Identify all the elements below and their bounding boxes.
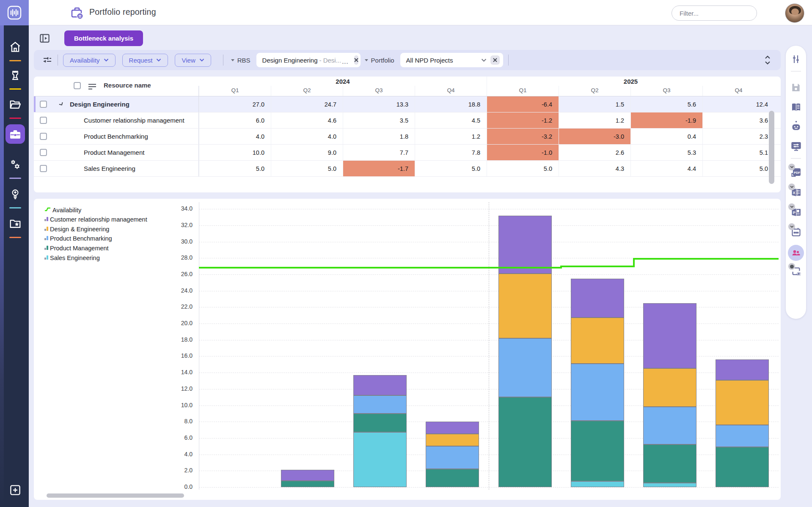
sidebar-item-settings[interactable] <box>6 155 25 174</box>
portfolio-filter-label[interactable]: Portfolio <box>365 57 394 64</box>
bar-segment[interactable] <box>716 359 769 380</box>
row-checkbox[interactable] <box>40 165 47 172</box>
bar-segment[interactable] <box>716 380 769 425</box>
page-title: Portfolio reporting <box>89 7 156 17</box>
bar-segment[interactable] <box>571 364 624 421</box>
sidebar-gradient-edge <box>0 0 4 507</box>
chevron-down-icon <box>156 58 161 62</box>
sidebar-item-portfolio[interactable] <box>6 124 25 144</box>
bar-segment[interactable] <box>571 481 624 487</box>
robot-icon <box>790 121 802 132</box>
filter-input[interactable] <box>672 5 757 21</box>
chart-horizontal-scrollbar[interactable] <box>47 493 184 498</box>
table-row[interactable]: Customer relationship management 6.04.63… <box>34 112 781 129</box>
export-ppt-button[interactable]: P <box>786 206 806 218</box>
table-row[interactable]: Product Benchmarking 4.04.01.81.2-3.2-3.… <box>34 129 781 145</box>
resource-name-header[interactable]: Resource name <box>104 82 151 89</box>
rbs-overflow-dots[interactable]: ... <box>342 58 349 65</box>
value-cell: -1.2 <box>487 112 559 128</box>
export-excel-button[interactable]: X <box>786 186 806 198</box>
select-all-checkbox[interactable] <box>74 82 81 89</box>
expand-panel-icon[interactable] <box>39 33 50 44</box>
quarter-header[interactable]: Q2 <box>559 86 630 96</box>
table-row[interactable]: Product Management 10.09.07.77.8-1.02.65… <box>34 145 781 161</box>
view-options-button[interactable] <box>786 54 806 64</box>
bar-segment[interactable] <box>716 425 769 447</box>
portfolio-clear-button[interactable] <box>490 55 500 65</box>
bottleneck-analysis-button[interactable]: Bottleneck analysis <box>64 30 143 46</box>
export-schedule-button[interactable] <box>786 226 806 238</box>
quarter-header[interactable]: Q3 <box>630 86 702 96</box>
user-avatar[interactable] <box>785 3 804 23</box>
schedule-options-badge[interactable] <box>788 223 795 230</box>
value-cell: 5.1 <box>702 145 774 160</box>
bar-segment[interactable] <box>353 375 407 395</box>
value-cell: 13.3 <box>343 96 415 112</box>
bar-segment[interactable] <box>498 274 552 338</box>
sidebar-item-strategy[interactable] <box>6 66 25 85</box>
row-checkbox[interactable] <box>40 101 47 108</box>
bar-segment[interactable] <box>498 216 552 274</box>
bar-segment[interactable] <box>353 414 407 433</box>
ppt-options-badge[interactable] <box>788 203 795 210</box>
glossary-button[interactable] <box>786 101 806 113</box>
bar-segment[interactable] <box>353 432 407 487</box>
quarter-header[interactable]: Q1 <box>199 86 271 96</box>
quarter-header[interactable]: Q4 <box>415 86 487 96</box>
bar-segment[interactable] <box>426 446 479 469</box>
pdf-options-badge[interactable] <box>788 164 795 170</box>
assistant-button[interactable] <box>786 121 806 132</box>
bar-segment[interactable] <box>571 421 624 481</box>
bar-segment[interactable] <box>643 407 696 444</box>
bar-segment[interactable] <box>426 422 479 434</box>
sidebar-item-add[interactable] <box>6 480 25 500</box>
toolbar-expander-icon[interactable] <box>764 55 771 66</box>
bar-segment[interactable] <box>571 279 624 318</box>
view-dropdown[interactable]: View <box>175 54 211 67</box>
quarter-header[interactable]: Q2 <box>271 86 343 96</box>
app-logo[interactable] <box>0 0 29 25</box>
bar-segment[interactable] <box>498 338 552 397</box>
portfolio-filter-chip[interactable]: All NPD Projects <box>400 53 503 67</box>
row-checkbox[interactable] <box>40 117 47 124</box>
collapse-arrow-icon[interactable] <box>58 101 65 107</box>
quarter-header[interactable]: Q3 <box>343 86 415 96</box>
bar-segment[interactable] <box>643 483 696 487</box>
table-row[interactable]: Design Engineering 27.024.713.318.8-6.41… <box>34 96 781 112</box>
rbs-clear-button[interactable] <box>354 55 358 65</box>
bar-segment[interactable] <box>353 395 407 414</box>
bar-segment[interactable] <box>281 470 334 480</box>
rbs-filter-label[interactable]: RBS <box>231 57 250 64</box>
bar-segment[interactable] <box>643 444 696 483</box>
quarter-header[interactable]: Q1 <box>487 86 559 96</box>
table-vertical-scrollbar[interactable] <box>769 111 774 184</box>
save-button[interactable] <box>786 82 806 93</box>
hierarchy-icon[interactable] <box>88 83 96 90</box>
bar-segment[interactable] <box>281 481 334 487</box>
presentation-settings-button[interactable] <box>786 140 806 152</box>
export-pdf-button[interactable]: PDF <box>786 167 806 178</box>
row-checkbox[interactable] <box>40 133 47 140</box>
integration-settings-button[interactable] <box>786 266 806 277</box>
filter-settings-icon[interactable] <box>42 55 52 65</box>
rbs-filter-chip[interactable]: Design Engineering - Desi... ... <box>256 53 361 67</box>
bar-segment[interactable] <box>643 303 696 369</box>
table-row[interactable]: Sales Engineering 5.05.0-1.75.05.04.34.4… <box>34 161 781 177</box>
quarter-header[interactable]: Q4 <box>702 86 774 96</box>
sidebar-item-favorites[interactable] <box>6 214 25 233</box>
availability-dropdown[interactable]: Availability <box>63 54 116 67</box>
sidebar-item-projects[interactable] <box>6 95 25 114</box>
bar-segment[interactable] <box>426 434 479 446</box>
bar-segment[interactable] <box>643 368 696 407</box>
request-dropdown[interactable]: Request <box>122 54 168 67</box>
sidebar-item-home[interactable] <box>6 37 25 57</box>
bar-segment[interactable] <box>716 447 769 487</box>
toolbar-divider <box>508 55 509 66</box>
bar-segment[interactable] <box>426 469 479 487</box>
bar-segment[interactable] <box>498 397 552 487</box>
sidebar-item-ideas[interactable] <box>6 184 25 204</box>
close-icon <box>493 58 497 62</box>
row-checkbox[interactable] <box>40 149 47 156</box>
excel-options-badge[interactable] <box>788 184 795 190</box>
bar-segment[interactable] <box>571 318 624 363</box>
